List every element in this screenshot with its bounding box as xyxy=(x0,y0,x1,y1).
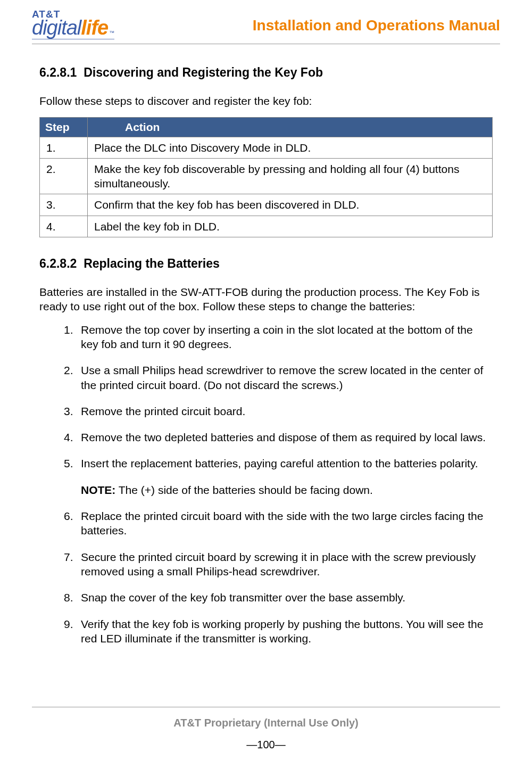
list-item: Remove the top cover by inserting a coin… xyxy=(64,323,493,352)
page-footer: AT&T Proprietary (Internal Use Only) —10… xyxy=(32,707,500,751)
logo: AT&T digitallife™ xyxy=(32,10,114,39)
logo-digitallife: digitallife™ xyxy=(32,19,114,37)
cell-step: 1. xyxy=(40,137,88,158)
list-item: Secure the printed circuit board by scre… xyxy=(64,550,493,579)
list-item-text: Insert the replacement batteries, paying… xyxy=(81,457,478,469)
note-text: The (+) side of the batteries should be … xyxy=(115,484,373,496)
logo-word-digital: digital xyxy=(32,19,81,37)
section-title: Discovering and Registering the Key Fob xyxy=(84,65,323,79)
page-header: AT&T digitallife™ Installation and Opera… xyxy=(32,10,500,44)
col-header-action: Action xyxy=(88,117,493,137)
section-number: 6.2.8.1 xyxy=(39,65,77,79)
battery-steps-list: Remove the top cover by inserting a coin… xyxy=(39,323,493,646)
cell-action: Make the key fob discoverable by pressin… xyxy=(88,158,493,194)
logo-word-life: life xyxy=(81,19,108,37)
list-item: Replace the printed circuit board with t… xyxy=(64,509,493,538)
table-row: 2. Make the key fob discoverable by pres… xyxy=(40,158,493,194)
section-heading-2: 6.2.8.2 Replacing the Batteries xyxy=(39,257,493,271)
section-title: Replacing the Batteries xyxy=(84,257,220,270)
list-item: Remove the printed circuit board. xyxy=(64,404,493,418)
cell-step: 2. xyxy=(40,158,88,194)
col-header-step: Step xyxy=(40,117,88,137)
list-item: Remove the two depleted batteries and di… xyxy=(64,430,493,444)
note-line: NOTE: The (+) side of the batteries shou… xyxy=(81,483,493,497)
section-number: 6.2.8.2 xyxy=(39,257,77,270)
table-row: 3. Confirm that the key fob has been dis… xyxy=(40,194,493,216)
list-item: Verify that the key fob is working prope… xyxy=(64,617,493,646)
list-item: Snap the cover of the key fob transmitte… xyxy=(64,590,493,605)
cell-step: 4. xyxy=(40,216,88,237)
footer-page-number: —100— xyxy=(32,739,500,751)
section2-intro: Batteries are installed in the SW-ATT-FO… xyxy=(39,285,493,314)
cell-action: Place the DLC into Discovery Mode in DLD… xyxy=(88,137,493,158)
page-content: 6.2.8.1 Discovering and Registering the … xyxy=(32,44,500,646)
table-row: 4. Label the key fob in DLD. xyxy=(40,216,493,237)
table-header-row: Step Action xyxy=(40,117,493,137)
logo-trademark: ™ xyxy=(109,30,114,35)
steps-table: Step Action 1. Place the DLC into Discov… xyxy=(39,117,493,237)
table-row: 1. Place the DLC into Discovery Mode in … xyxy=(40,137,493,158)
cell-step: 3. xyxy=(40,194,88,216)
section-heading-1: 6.2.8.1 Discovering and Registering the … xyxy=(39,65,493,80)
list-item: Insert the replacement batteries, paying… xyxy=(64,456,493,497)
cell-action: Confirm that the key fob has been discov… xyxy=(88,194,493,216)
note-label: NOTE: xyxy=(81,484,115,496)
list-item: Use a small Philips head screwdriver to … xyxy=(64,363,493,392)
document-title: Installation and Operations Manual xyxy=(253,17,500,34)
section1-intro: Follow these steps to discover and regis… xyxy=(39,94,493,108)
footer-proprietary: AT&T Proprietary (Internal Use Only) xyxy=(32,717,500,729)
cell-action: Label the key fob in DLD. xyxy=(88,216,493,237)
